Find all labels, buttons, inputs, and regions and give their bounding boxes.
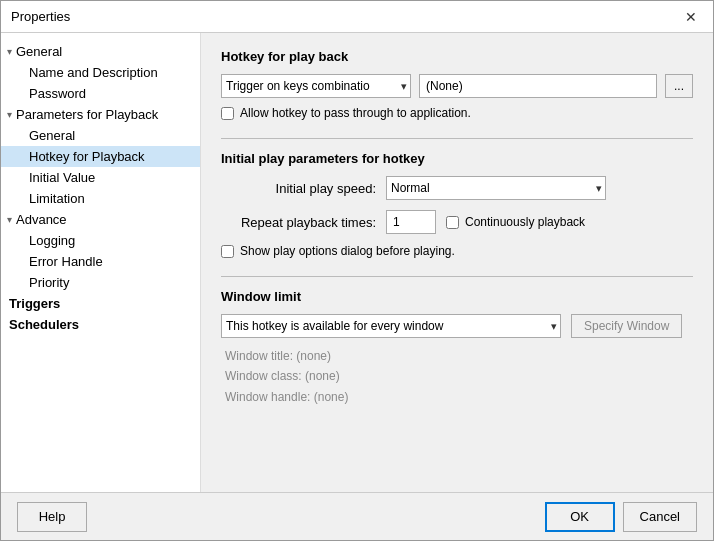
sidebar-item-label: Parameters for Playback	[16, 107, 158, 122]
allow-passthrough-row: Allow hotkey to pass through to applicat…	[221, 106, 693, 120]
trigger-dropdown[interactable]: Trigger on keys combinatio	[221, 74, 411, 98]
cancel-button[interactable]: Cancel	[623, 502, 697, 532]
sidebar-item-label: Advance	[16, 212, 67, 227]
hotkey-row: Trigger on keys combinatio ...	[221, 74, 693, 98]
allow-passthrough-checkbox[interactable]	[221, 107, 234, 120]
window-limit-dropdown[interactable]: This hotkey is available for every windo…	[221, 314, 561, 338]
show-dialog-checkbox[interactable]	[221, 245, 234, 258]
sidebar-item-schedulers[interactable]: Schedulers	[1, 314, 200, 335]
sidebar-item-priority[interactable]: Priority	[1, 272, 200, 293]
close-button[interactable]: ✕	[679, 8, 703, 26]
hotkey-section-title: Hotkey for play back	[221, 49, 693, 64]
sidebar-item-logging[interactable]: Logging	[1, 230, 200, 251]
show-dialog-label: Show play options dialog before playing.	[240, 244, 455, 258]
window-limit-section: Window limit This hotkey is available fo…	[221, 289, 693, 407]
sidebar-item-name-desc[interactable]: Name and Description	[1, 62, 200, 83]
sidebar-item-initial-value[interactable]: Initial Value	[1, 167, 200, 188]
sidebar-item-password[interactable]: Password	[1, 83, 200, 104]
sidebar-item-error-handle[interactable]: Error Handle	[1, 251, 200, 272]
continuously-checkbox[interactable]	[446, 216, 459, 229]
initial-speed-row: Initial play speed: Normal Slow Fast Cus…	[221, 176, 693, 200]
sidebar-item-limitation[interactable]: Limitation	[1, 188, 200, 209]
ok-button[interactable]: OK	[545, 502, 615, 532]
sidebar-item-general[interactable]: ▾ General	[1, 41, 200, 62]
properties-dialog: Properties ✕ ▾ General Name and Descript…	[0, 0, 714, 541]
arrow-icon: ▾	[7, 46, 12, 57]
dialog-title: Properties	[11, 9, 70, 24]
window-title-info: Window title: (none)	[225, 346, 693, 366]
window-handle-info: Window handle: (none)	[225, 387, 693, 407]
dots-button[interactable]: ...	[665, 74, 693, 98]
sidebar-item-triggers[interactable]: Triggers	[1, 293, 200, 314]
sidebar-item-params-playback[interactable]: ▾ Parameters for Playback	[1, 104, 200, 125]
hotkey-section: Hotkey for play back Trigger on keys com…	[221, 49, 693, 120]
arrow-icon-2: ▾	[7, 109, 12, 120]
continuously-row: Continuously playback	[446, 215, 585, 229]
repeat-times-label: Repeat playback times:	[221, 215, 376, 230]
repeat-times-row: Repeat playback times: Continuously play…	[221, 210, 693, 234]
sidebar-item-hotkey-playback[interactable]: Hotkey for Playback	[1, 146, 200, 167]
sidebar: ▾ General Name and Description Password …	[1, 33, 201, 492]
hotkey-value-input[interactable]	[419, 74, 657, 98]
specify-window-button[interactable]: Specify Window	[571, 314, 682, 338]
show-dialog-row: Show play options dialog before playing.	[221, 244, 693, 258]
main-content: Hotkey for play back Trigger on keys com…	[201, 33, 713, 492]
trigger-dropdown-wrapper: Trigger on keys combinatio	[221, 74, 411, 98]
speed-dropdown[interactable]: Normal Slow Fast Custom	[386, 176, 606, 200]
window-limit-row: This hotkey is available for every windo…	[221, 314, 693, 338]
allow-passthrough-label: Allow hotkey to pass through to applicat…	[240, 106, 471, 120]
initial-speed-label: Initial play speed:	[221, 181, 376, 196]
initial-params-section: Initial play parameters for hotkey Initi…	[221, 151, 693, 258]
sidebar-item-advance[interactable]: ▾ Advance	[1, 209, 200, 230]
window-info: Window title: (none) Window class: (none…	[221, 346, 693, 407]
initial-params-title: Initial play parameters for hotkey	[221, 151, 693, 166]
sidebar-item-label: General	[16, 44, 62, 59]
sidebar-item-general2[interactable]: General	[1, 125, 200, 146]
repeat-times-input[interactable]	[386, 210, 436, 234]
continuously-label: Continuously playback	[465, 215, 585, 229]
arrow-icon-3: ▾	[7, 214, 12, 225]
speed-dropdown-wrapper: Normal Slow Fast Custom	[386, 176, 606, 200]
window-limit-dropdown-wrapper: This hotkey is available for every windo…	[221, 314, 561, 338]
help-button[interactable]: Help	[17, 502, 87, 532]
footer-right: OK Cancel	[545, 502, 697, 532]
window-limit-title: Window limit	[221, 289, 693, 304]
dialog-body: ▾ General Name and Description Password …	[1, 33, 713, 492]
divider-2	[221, 276, 693, 277]
dialog-footer: Help OK Cancel	[1, 492, 713, 540]
window-class-info: Window class: (none)	[225, 366, 693, 386]
divider-1	[221, 138, 693, 139]
title-bar: Properties ✕	[1, 1, 713, 33]
